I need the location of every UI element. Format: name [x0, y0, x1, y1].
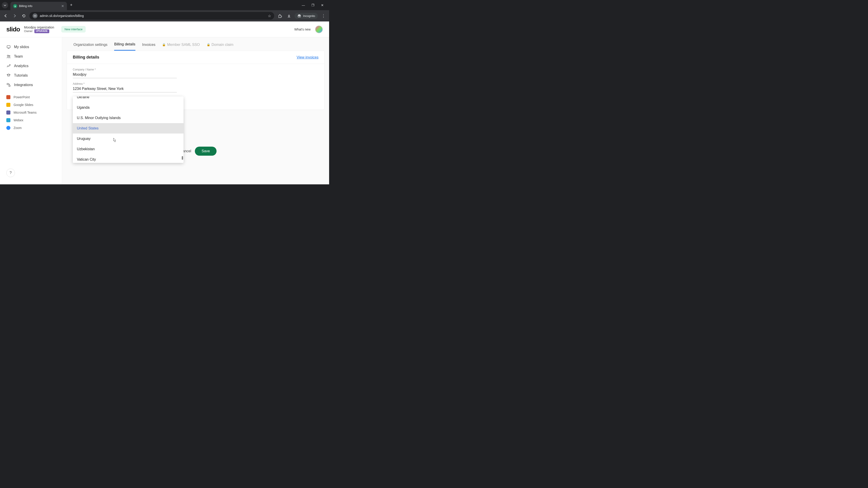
tab-billing-details[interactable]: Billing details [114, 41, 135, 51]
org-name: Moodjoy organization [24, 26, 54, 30]
integration-webex[interactable]: Webex [0, 116, 62, 124]
field-label: Address * [73, 82, 177, 86]
field-company: Company / Name * [73, 68, 177, 78]
integrations-icon [6, 83, 11, 87]
dropdown-option[interactable]: U.S. Minor Outlying Islands [73, 113, 184, 123]
svg-point-8 [9, 56, 10, 57]
lock-icon: 🔒 [207, 43, 210, 46]
view-invoices-link[interactable]: View invoices [297, 55, 318, 59]
slido-logo[interactable]: slido [6, 26, 20, 33]
integration-label: Google Slides [13, 103, 33, 107]
role-label: Owner [24, 29, 33, 33]
site-info-icon[interactable] [33, 13, 37, 18]
integration-label: Zoom [13, 126, 22, 130]
bookmark-icon[interactable]: ☆ [268, 14, 271, 18]
sidebar-item-label: Team [14, 55, 23, 59]
browser-tab-strip: s Billing info ✕ + — ❐ ✕ [0, 0, 329, 10]
avatar[interactable] [315, 26, 323, 33]
integration-microsoft-teams[interactable]: Microsoft Teams [0, 109, 62, 116]
maximize-button[interactable]: ❐ [311, 3, 315, 7]
address-bar: admin.sli.do/organization/billing ☆ Inco… [0, 10, 329, 22]
svg-point-5 [299, 16, 301, 17]
tutorials-icon [6, 73, 11, 78]
sidebar-item-label: Integrations [14, 83, 33, 87]
close-window-button[interactable]: ✕ [320, 3, 324, 7]
sidebar-item-tutorials[interactable]: Tutorials [0, 71, 62, 80]
team-icon [6, 54, 11, 59]
scrollbar-thumb[interactable] [182, 156, 183, 160]
integration-label: PowerPoint [13, 95, 30, 99]
svg-point-4 [298, 16, 299, 17]
sidebar-item-analytics[interactable]: Analytics [0, 61, 62, 71]
country-dropdown[interactable]: Ukraine Uganda U.S. Minor Outlying Islan… [73, 96, 184, 163]
address-input[interactable] [73, 86, 177, 92]
billing-card: Billing details View invoices Company / … [67, 51, 324, 110]
reload-button[interactable] [20, 12, 27, 19]
card-header: Billing details View invoices [67, 51, 324, 64]
svg-rect-3 [35, 16, 36, 17]
tab-label: Domain claim [212, 43, 234, 47]
active-browser-tab[interactable]: s Billing info ✕ [10, 2, 67, 10]
dropdown-option-highlighted[interactable]: United States [73, 123, 184, 133]
app-shell: slido Moodjoy organization Owner UPGRADE… [0, 22, 329, 184]
sidebar-item-integrations[interactable]: Integrations [0, 80, 62, 90]
whats-new-link[interactable]: What's new [294, 28, 311, 31]
svg-point-7 [7, 55, 8, 57]
integration-label: Microsoft Teams [13, 111, 37, 114]
save-button[interactable]: Save [195, 147, 217, 156]
svg-rect-2 [35, 15, 36, 15]
dropdown-option[interactable]: Vatican City [73, 154, 184, 163]
tab-favicon: s [13, 4, 17, 8]
sidebar: My slidos Team Analytics Tutorials Integ… [0, 37, 62, 184]
dropdown-option[interactable]: Uganda [73, 102, 184, 113]
svg-rect-9 [7, 84, 8, 85]
webex-icon [6, 118, 10, 122]
form-actions: Cancel Save [180, 147, 217, 156]
integration-google-slides[interactable]: Google Slides [0, 101, 62, 109]
org-role: Owner UPGRADE [24, 29, 54, 33]
integration-powerpoint[interactable]: PowerPoint [0, 93, 62, 101]
downloads-icon[interactable] [285, 12, 292, 19]
tab-domain-claim[interactable]: 🔒Domain claim [207, 41, 234, 51]
sidebar-item-my-slidos[interactable]: My slidos [0, 42, 62, 52]
tab-org-settings[interactable]: Organization settings [73, 41, 107, 51]
app-header: slido Moodjoy organization Owner UPGRADE… [0, 22, 329, 37]
upgrade-badge[interactable]: UPGRADE [34, 29, 49, 33]
card-title: Billing details [73, 55, 99, 60]
new-interface-badge[interactable]: New interface [61, 26, 86, 33]
svg-rect-0 [34, 15, 35, 15]
browser-menu-icon[interactable]: ⋮ [320, 13, 327, 18]
extensions-icon[interactable] [276, 12, 283, 19]
svg-rect-1 [34, 16, 35, 17]
dropdown-option[interactable]: Uruguay [73, 133, 184, 144]
minimize-button[interactable]: — [301, 3, 306, 7]
company-input[interactable] [73, 72, 177, 78]
tab-invoices[interactable]: Invoices [142, 41, 156, 51]
help-button[interactable]: ? [6, 168, 15, 177]
dropdown-option[interactable]: Uzbekistan [73, 144, 184, 154]
sidebar-item-team[interactable]: Team [0, 52, 62, 61]
url-field[interactable]: admin.sli.do/organization/billing ☆ [29, 12, 274, 20]
window-controls: — ❐ ✕ [301, 3, 327, 7]
tab-label: Member SAML SSO [167, 43, 199, 47]
sidebar-item-label: Analytics [14, 64, 29, 68]
sidebar-item-label: My slidos [14, 45, 29, 49]
integration-label: Webex [13, 119, 23, 122]
main-area: Organization settings Billing details In… [62, 37, 329, 184]
forward-button[interactable] [11, 12, 18, 19]
analytics-icon [6, 64, 11, 68]
billing-form: Company / Name * Address * City * Ukrain… [67, 64, 324, 109]
tab-saml-sso[interactable]: 🔒Member SAML SSO [162, 41, 199, 51]
back-button[interactable] [2, 12, 9, 19]
incognito-indicator[interactable]: Incognito [294, 13, 318, 19]
powerpoint-icon [6, 95, 10, 99]
incognito-label: Incognito [303, 14, 315, 18]
new-tab-button[interactable]: + [70, 3, 72, 7]
dropdown-option[interactable]: Ukraine [73, 96, 184, 102]
zoom-icon [6, 126, 10, 130]
integration-zoom[interactable]: Zoom [0, 124, 62, 132]
microsoft-teams-icon [6, 110, 10, 115]
lock-icon: 🔒 [162, 43, 166, 46]
close-tab-icon[interactable]: ✕ [61, 4, 64, 8]
tab-search-button[interactable] [2, 2, 8, 8]
